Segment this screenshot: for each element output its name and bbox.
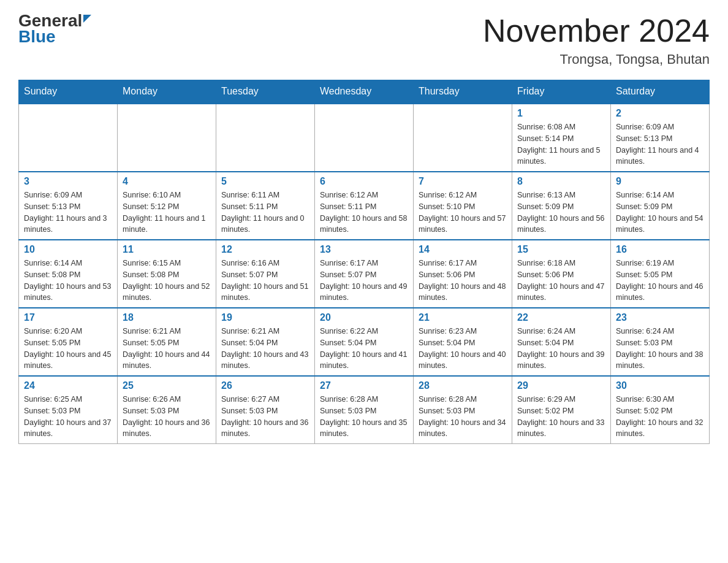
calendar-cell: [19, 104, 118, 172]
day-number: 1: [517, 108, 605, 119]
day-info: Sunrise: 6:12 AM Sunset: 5:11 PM Dayligh…: [320, 190, 408, 236]
calendar-cell: 23Sunrise: 6:24 AM Sunset: 5:03 PM Dayli…: [611, 308, 710, 376]
calendar-cell: 27Sunrise: 6:28 AM Sunset: 5:03 PM Dayli…: [315, 376, 414, 444]
day-number: 15: [517, 244, 605, 255]
day-info: Sunrise: 6:20 AM Sunset: 5:05 PM Dayligh…: [24, 326, 112, 372]
day-info: Sunrise: 6:13 AM Sunset: 5:09 PM Dayligh…: [517, 190, 605, 236]
calendar-cell: 20Sunrise: 6:22 AM Sunset: 5:04 PM Dayli…: [315, 308, 414, 376]
calendar-cell: 3Sunrise: 6:09 AM Sunset: 5:13 PM Daylig…: [19, 172, 118, 240]
logo: General Blue: [18, 12, 91, 47]
logo-line2: Blue: [18, 27, 56, 47]
day-info: Sunrise: 6:15 AM Sunset: 5:08 PM Dayligh…: [123, 258, 211, 304]
calendar-header-row: SundayMondayTuesdayWednesdayThursdayFrid…: [19, 80, 710, 104]
day-number: 8: [517, 176, 605, 187]
calendar-week-row: 17Sunrise: 6:20 AM Sunset: 5:05 PM Dayli…: [19, 308, 710, 376]
day-number: 3: [24, 176, 112, 187]
calendar-cell: 4Sunrise: 6:10 AM Sunset: 5:12 PM Daylig…: [118, 172, 216, 240]
calendar-cell: 11Sunrise: 6:15 AM Sunset: 5:08 PM Dayli…: [118, 240, 216, 308]
day-info: Sunrise: 6:16 AM Sunset: 5:07 PM Dayligh…: [221, 258, 309, 304]
calendar-header-sunday: Sunday: [19, 80, 118, 104]
calendar-cell: [414, 104, 512, 172]
calendar-cell: 13Sunrise: 6:17 AM Sunset: 5:07 PM Dayli…: [315, 240, 414, 308]
day-info: Sunrise: 6:26 AM Sunset: 5:03 PM Dayligh…: [123, 394, 211, 440]
day-number: 30: [616, 380, 704, 391]
day-info: Sunrise: 6:30 AM Sunset: 5:02 PM Dayligh…: [616, 394, 704, 440]
day-number: 23: [616, 312, 704, 323]
day-info: Sunrise: 6:17 AM Sunset: 5:07 PM Dayligh…: [320, 258, 408, 304]
day-number: 22: [517, 312, 605, 323]
day-info: Sunrise: 6:14 AM Sunset: 5:09 PM Dayligh…: [616, 190, 704, 236]
calendar-cell: 16Sunrise: 6:19 AM Sunset: 5:05 PM Dayli…: [611, 240, 710, 308]
day-number: 13: [320, 244, 408, 255]
calendar-cell: [216, 104, 315, 172]
day-info: Sunrise: 6:23 AM Sunset: 5:04 PM Dayligh…: [419, 326, 507, 372]
day-number: 26: [221, 380, 309, 391]
calendar-cell: 28Sunrise: 6:28 AM Sunset: 5:03 PM Dayli…: [414, 376, 512, 444]
month-title: November 2024: [483, 12, 710, 49]
calendar-cell: 2Sunrise: 6:09 AM Sunset: 5:13 PM Daylig…: [611, 104, 710, 172]
calendar-cell: 15Sunrise: 6:18 AM Sunset: 5:06 PM Dayli…: [512, 240, 611, 308]
day-number: 11: [123, 244, 211, 255]
title-block: November 2024 Trongsa, Tongsa, Bhutan: [483, 12, 710, 67]
day-info: Sunrise: 6:29 AM Sunset: 5:02 PM Dayligh…: [517, 394, 605, 440]
calendar-cell: [118, 104, 216, 172]
day-number: 10: [24, 244, 112, 255]
day-number: 19: [221, 312, 309, 323]
calendar-week-row: 3Sunrise: 6:09 AM Sunset: 5:13 PM Daylig…: [19, 172, 710, 240]
calendar-header-wednesday: Wednesday: [315, 80, 414, 104]
calendar-cell: 22Sunrise: 6:24 AM Sunset: 5:04 PM Dayli…: [512, 308, 611, 376]
day-info: Sunrise: 6:18 AM Sunset: 5:06 PM Dayligh…: [517, 258, 605, 304]
day-info: Sunrise: 6:25 AM Sunset: 5:03 PM Dayligh…: [24, 394, 112, 440]
calendar-cell: 29Sunrise: 6:29 AM Sunset: 5:02 PM Dayli…: [512, 376, 611, 444]
day-number: 9: [616, 176, 704, 187]
calendar-cell: 30Sunrise: 6:30 AM Sunset: 5:02 PM Dayli…: [611, 376, 710, 444]
day-number: 18: [123, 312, 211, 323]
calendar-cell: 19Sunrise: 6:21 AM Sunset: 5:04 PM Dayli…: [216, 308, 315, 376]
day-info: Sunrise: 6:09 AM Sunset: 5:13 PM Dayligh…: [616, 121, 704, 167]
calendar-week-row: 24Sunrise: 6:25 AM Sunset: 5:03 PM Dayli…: [19, 376, 710, 444]
calendar-cell: [315, 104, 414, 172]
day-info: Sunrise: 6:11 AM Sunset: 5:11 PM Dayligh…: [221, 190, 309, 236]
day-info: Sunrise: 6:12 AM Sunset: 5:10 PM Dayligh…: [419, 190, 507, 236]
calendar-cell: 21Sunrise: 6:23 AM Sunset: 5:04 PM Dayli…: [414, 308, 512, 376]
day-number: 28: [419, 380, 507, 391]
day-number: 7: [419, 176, 507, 187]
day-number: 6: [320, 176, 408, 187]
calendar-header-saturday: Saturday: [611, 80, 710, 104]
day-number: 4: [123, 176, 211, 187]
calendar-cell: 7Sunrise: 6:12 AM Sunset: 5:10 PM Daylig…: [414, 172, 512, 240]
day-number: 25: [123, 380, 211, 391]
day-info: Sunrise: 6:08 AM Sunset: 5:14 PM Dayligh…: [517, 121, 605, 167]
day-info: Sunrise: 6:28 AM Sunset: 5:03 PM Dayligh…: [419, 394, 507, 440]
day-number: 21: [419, 312, 507, 323]
calendar-cell: 24Sunrise: 6:25 AM Sunset: 5:03 PM Dayli…: [19, 376, 118, 444]
location-title: Trongsa, Tongsa, Bhutan: [483, 52, 710, 67]
day-info: Sunrise: 6:21 AM Sunset: 5:05 PM Dayligh…: [123, 326, 211, 372]
day-number: 16: [616, 244, 704, 255]
calendar-cell: 5Sunrise: 6:11 AM Sunset: 5:11 PM Daylig…: [216, 172, 315, 240]
calendar-week-row: 10Sunrise: 6:14 AM Sunset: 5:08 PM Dayli…: [19, 240, 710, 308]
calendar: SundayMondayTuesdayWednesdayThursdayFrid…: [18, 80, 710, 444]
page-header: General Blue November 2024 Trongsa, Tong…: [18, 12, 710, 67]
day-number: 29: [517, 380, 605, 391]
day-info: Sunrise: 6:24 AM Sunset: 5:03 PM Dayligh…: [616, 326, 704, 372]
day-number: 20: [320, 312, 408, 323]
calendar-header-monday: Monday: [118, 80, 216, 104]
calendar-header-tuesday: Tuesday: [216, 80, 315, 104]
day-number: 12: [221, 244, 309, 255]
day-number: 2: [616, 108, 704, 119]
calendar-header-thursday: Thursday: [414, 80, 512, 104]
calendar-header-friday: Friday: [512, 80, 611, 104]
day-info: Sunrise: 6:27 AM Sunset: 5:03 PM Dayligh…: [221, 394, 309, 440]
calendar-cell: 18Sunrise: 6:21 AM Sunset: 5:05 PM Dayli…: [118, 308, 216, 376]
calendar-cell: 10Sunrise: 6:14 AM Sunset: 5:08 PM Dayli…: [19, 240, 118, 308]
day-info: Sunrise: 6:28 AM Sunset: 5:03 PM Dayligh…: [320, 394, 408, 440]
day-number: 5: [221, 176, 309, 187]
calendar-cell: 26Sunrise: 6:27 AM Sunset: 5:03 PM Dayli…: [216, 376, 315, 444]
calendar-cell: 6Sunrise: 6:12 AM Sunset: 5:11 PM Daylig…: [315, 172, 414, 240]
day-info: Sunrise: 6:21 AM Sunset: 5:04 PM Dayligh…: [221, 326, 309, 372]
day-number: 17: [24, 312, 112, 323]
calendar-cell: 8Sunrise: 6:13 AM Sunset: 5:09 PM Daylig…: [512, 172, 611, 240]
calendar-cell: 1Sunrise: 6:08 AM Sunset: 5:14 PM Daylig…: [512, 104, 611, 172]
calendar-cell: 17Sunrise: 6:20 AM Sunset: 5:05 PM Dayli…: [19, 308, 118, 376]
